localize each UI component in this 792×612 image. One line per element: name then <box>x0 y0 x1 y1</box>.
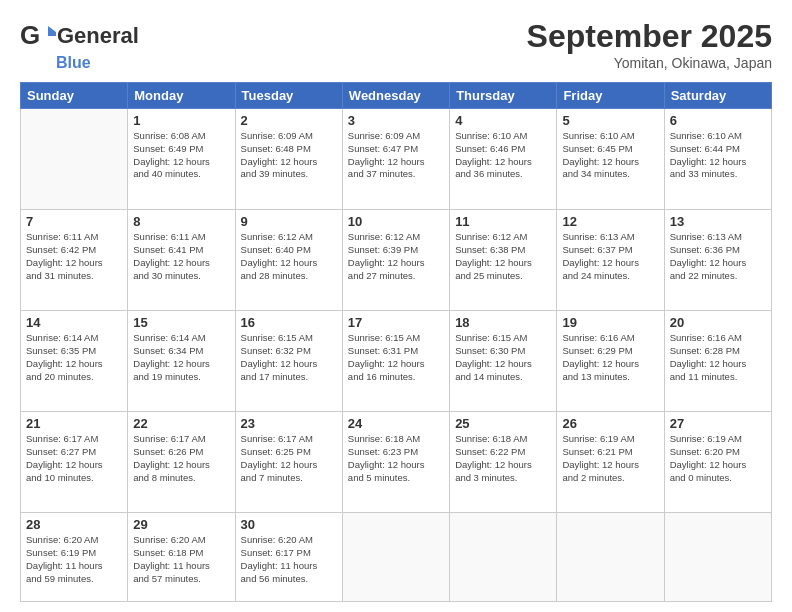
svg-rect-2 <box>48 32 56 36</box>
day-number: 22 <box>133 416 229 431</box>
day-info: Sunrise: 6:19 AMSunset: 6:20 PMDaylight:… <box>670 433 766 484</box>
calendar-cell: 26Sunrise: 6:19 AMSunset: 6:21 PMDayligh… <box>557 412 664 513</box>
day-number: 14 <box>26 315 122 330</box>
day-number: 26 <box>562 416 658 431</box>
calendar-cell: 20Sunrise: 6:16 AMSunset: 6:28 PMDayligh… <box>664 311 771 412</box>
day-number: 5 <box>562 113 658 128</box>
day-info: Sunrise: 6:10 AMSunset: 6:44 PMDaylight:… <box>670 130 766 181</box>
day-info: Sunrise: 6:17 AMSunset: 6:27 PMDaylight:… <box>26 433 122 484</box>
calendar-cell: 17Sunrise: 6:15 AMSunset: 6:31 PMDayligh… <box>342 311 449 412</box>
day-number: 21 <box>26 416 122 431</box>
calendar-cell: 25Sunrise: 6:18 AMSunset: 6:22 PMDayligh… <box>450 412 557 513</box>
day-info: Sunrise: 6:16 AMSunset: 6:28 PMDaylight:… <box>670 332 766 383</box>
calendar-cell: 28Sunrise: 6:20 AMSunset: 6:19 PMDayligh… <box>21 513 128 602</box>
day-number: 3 <box>348 113 444 128</box>
day-number: 23 <box>241 416 337 431</box>
day-number: 11 <box>455 214 551 229</box>
day-number: 28 <box>26 517 122 532</box>
day-info: Sunrise: 6:20 AMSunset: 6:19 PMDaylight:… <box>26 534 122 585</box>
day-number: 15 <box>133 315 229 330</box>
day-info: Sunrise: 6:18 AMSunset: 6:22 PMDaylight:… <box>455 433 551 484</box>
header-friday: Friday <box>557 83 664 109</box>
day-number: 20 <box>670 315 766 330</box>
day-info: Sunrise: 6:15 AMSunset: 6:30 PMDaylight:… <box>455 332 551 383</box>
day-info: Sunrise: 6:10 AMSunset: 6:45 PMDaylight:… <box>562 130 658 181</box>
header-wednesday: Wednesday <box>342 83 449 109</box>
day-info: Sunrise: 6:14 AMSunset: 6:35 PMDaylight:… <box>26 332 122 383</box>
day-number: 1 <box>133 113 229 128</box>
calendar-cell: 1Sunrise: 6:08 AMSunset: 6:49 PMDaylight… <box>128 109 235 210</box>
calendar-cell: 7Sunrise: 6:11 AMSunset: 6:42 PMDaylight… <box>21 210 128 311</box>
title-section: September 2025 Yomitan, Okinawa, Japan <box>527 18 772 71</box>
day-number: 17 <box>348 315 444 330</box>
day-info: Sunrise: 6:12 AMSunset: 6:40 PMDaylight:… <box>241 231 337 282</box>
header-thursday: Thursday <box>450 83 557 109</box>
day-info: Sunrise: 6:10 AMSunset: 6:46 PMDaylight:… <box>455 130 551 181</box>
day-number: 25 <box>455 416 551 431</box>
day-info: Sunrise: 6:15 AMSunset: 6:31 PMDaylight:… <box>348 332 444 383</box>
day-info: Sunrise: 6:12 AMSunset: 6:39 PMDaylight:… <box>348 231 444 282</box>
day-info: Sunrise: 6:13 AMSunset: 6:36 PMDaylight:… <box>670 231 766 282</box>
calendar-cell: 13Sunrise: 6:13 AMSunset: 6:36 PMDayligh… <box>664 210 771 311</box>
calendar-cell: 10Sunrise: 6:12 AMSunset: 6:39 PMDayligh… <box>342 210 449 311</box>
calendar-cell: 30Sunrise: 6:20 AMSunset: 6:17 PMDayligh… <box>235 513 342 602</box>
page: G General Blue September 2025 Yomitan, O… <box>0 0 792 612</box>
day-info: Sunrise: 6:14 AMSunset: 6:34 PMDaylight:… <box>133 332 229 383</box>
day-info: Sunrise: 6:09 AMSunset: 6:47 PMDaylight:… <box>348 130 444 181</box>
calendar-cell: 16Sunrise: 6:15 AMSunset: 6:32 PMDayligh… <box>235 311 342 412</box>
day-number: 18 <box>455 315 551 330</box>
calendar-cell: 23Sunrise: 6:17 AMSunset: 6:25 PMDayligh… <box>235 412 342 513</box>
day-number: 24 <box>348 416 444 431</box>
day-number: 30 <box>241 517 337 532</box>
calendar-cell: 15Sunrise: 6:14 AMSunset: 6:34 PMDayligh… <box>128 311 235 412</box>
logo-blue: Blue <box>56 54 91 71</box>
header: G General Blue September 2025 Yomitan, O… <box>20 18 772 72</box>
calendar-cell: 18Sunrise: 6:15 AMSunset: 6:30 PMDayligh… <box>450 311 557 412</box>
day-info: Sunrise: 6:13 AMSunset: 6:37 PMDaylight:… <box>562 231 658 282</box>
calendar-cell <box>342 513 449 602</box>
day-info: Sunrise: 6:12 AMSunset: 6:38 PMDaylight:… <box>455 231 551 282</box>
calendar-cell: 9Sunrise: 6:12 AMSunset: 6:40 PMDaylight… <box>235 210 342 311</box>
calendar-cell <box>21 109 128 210</box>
day-info: Sunrise: 6:17 AMSunset: 6:26 PMDaylight:… <box>133 433 229 484</box>
logo: G General Blue <box>20 18 139 72</box>
calendar-cell <box>664 513 771 602</box>
location-subtitle: Yomitan, Okinawa, Japan <box>527 55 772 71</box>
day-number: 12 <box>562 214 658 229</box>
calendar-cell <box>557 513 664 602</box>
calendar-cell: 5Sunrise: 6:10 AMSunset: 6:45 PMDaylight… <box>557 109 664 210</box>
day-info: Sunrise: 6:11 AMSunset: 6:42 PMDaylight:… <box>26 231 122 282</box>
month-title: September 2025 <box>527 18 772 55</box>
logo-general: General <box>57 23 139 49</box>
calendar-cell: 3Sunrise: 6:09 AMSunset: 6:47 PMDaylight… <box>342 109 449 210</box>
calendar-cell: 24Sunrise: 6:18 AMSunset: 6:23 PMDayligh… <box>342 412 449 513</box>
header-monday: Monday <box>128 83 235 109</box>
calendar-cell: 4Sunrise: 6:10 AMSunset: 6:46 PMDaylight… <box>450 109 557 210</box>
calendar-cell: 21Sunrise: 6:17 AMSunset: 6:27 PMDayligh… <box>21 412 128 513</box>
svg-text:G: G <box>20 20 40 50</box>
day-info: Sunrise: 6:17 AMSunset: 6:25 PMDaylight:… <box>241 433 337 484</box>
day-number: 6 <box>670 113 766 128</box>
day-info: Sunrise: 6:18 AMSunset: 6:23 PMDaylight:… <box>348 433 444 484</box>
day-info: Sunrise: 6:15 AMSunset: 6:32 PMDaylight:… <box>241 332 337 383</box>
day-info: Sunrise: 6:11 AMSunset: 6:41 PMDaylight:… <box>133 231 229 282</box>
day-number: 8 <box>133 214 229 229</box>
day-info: Sunrise: 6:09 AMSunset: 6:48 PMDaylight:… <box>241 130 337 181</box>
day-info: Sunrise: 6:20 AMSunset: 6:18 PMDaylight:… <box>133 534 229 585</box>
svg-marker-1 <box>48 26 56 32</box>
day-number: 7 <box>26 214 122 229</box>
calendar-cell: 8Sunrise: 6:11 AMSunset: 6:41 PMDaylight… <box>128 210 235 311</box>
calendar-cell: 22Sunrise: 6:17 AMSunset: 6:26 PMDayligh… <box>128 412 235 513</box>
day-number: 19 <box>562 315 658 330</box>
calendar-cell: 6Sunrise: 6:10 AMSunset: 6:44 PMDaylight… <box>664 109 771 210</box>
day-number: 4 <box>455 113 551 128</box>
calendar-cell: 2Sunrise: 6:09 AMSunset: 6:48 PMDaylight… <box>235 109 342 210</box>
day-number: 29 <box>133 517 229 532</box>
calendar-cell: 14Sunrise: 6:14 AMSunset: 6:35 PMDayligh… <box>21 311 128 412</box>
calendar-cell: 12Sunrise: 6:13 AMSunset: 6:37 PMDayligh… <box>557 210 664 311</box>
day-number: 9 <box>241 214 337 229</box>
logo-icon: G <box>20 18 56 54</box>
day-number: 16 <box>241 315 337 330</box>
day-info: Sunrise: 6:19 AMSunset: 6:21 PMDaylight:… <box>562 433 658 484</box>
day-number: 13 <box>670 214 766 229</box>
